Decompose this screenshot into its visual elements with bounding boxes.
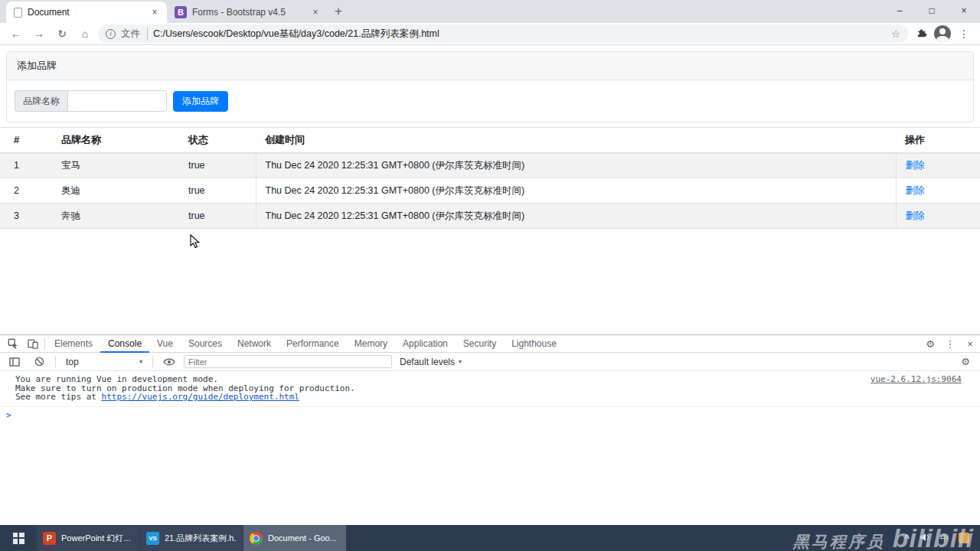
extensions-icon[interactable] (911, 27, 931, 41)
taskbar-app-label: 21.品牌列表案例.h... (165, 533, 237, 544)
col-header-status: 状态 (179, 128, 256, 153)
windows-taskbar: P PowerPoint 幻灯... VS 21.品牌列表案例.h... Doc… (0, 525, 980, 551)
back-icon[interactable]: ← (6, 28, 26, 40)
tray-volume-icon[interactable] (920, 533, 930, 544)
vscode-icon: VS (146, 532, 159, 545)
add-brand-card: 添加品牌 品牌名称 添加品牌 (6, 51, 974, 122)
devtools-panel: Elements Console Vue Sources Network Per… (0, 334, 980, 525)
cell-name: 奔驰 (52, 204, 179, 229)
browser-menu-kebab-icon[interactable]: ⋮ (954, 28, 974, 40)
cell-status: true (179, 153, 256, 178)
brand-table: # 品牌名称 状态 创建时间 操作 1 宝马 true Thu Dec 24 2… (0, 127, 980, 229)
console-sidebar-icon[interactable] (5, 353, 24, 370)
table-row: 3 奔驰 true Thu Dec 24 2020 12:25:31 GMT+0… (0, 204, 980, 229)
taskbar-app-label: PowerPoint 幻灯... (61, 533, 130, 544)
new-tab-button[interactable]: + (328, 2, 349, 23)
taskbar-app-chrome[interactable]: Document - Goo... (243, 525, 346, 551)
col-header-index: # (0, 128, 52, 153)
bookmark-star-icon[interactable]: ☆ (891, 28, 900, 40)
address-bar[interactable]: i 文件 C:/Users/escook/Desktop/vue基础/day3/… (98, 24, 908, 43)
bootstrap-favicon-icon: B (175, 6, 187, 18)
tray-ime-indicator[interactable]: 中 (940, 533, 949, 544)
windows-logo-icon (13, 533, 24, 544)
window-controls: – □ × (884, 0, 980, 21)
table-header-row: # 品牌名称 状态 创建时间 操作 (0, 128, 980, 153)
brand-input-group: 品牌名称 (15, 90, 167, 112)
page-info-icon[interactable]: i (106, 29, 116, 39)
cell-index: 3 (0, 204, 52, 229)
device-toolbar-icon[interactable] (23, 335, 43, 353)
powerpoint-icon: P (43, 532, 56, 545)
console-filter-input[interactable] (184, 355, 392, 368)
devtools-tab-sources[interactable]: Sources (181, 335, 230, 353)
delete-link[interactable]: 删除 (906, 210, 925, 221)
devtools-tab-console[interactable]: Console (100, 335, 149, 353)
devtools-tab-memory[interactable]: Memory (347, 335, 395, 353)
brand-name-input[interactable] (67, 90, 167, 112)
log-levels-select[interactable]: Default levels ▾ (397, 357, 465, 367)
devtools-tab-lighthouse[interactable]: Lighthouse (504, 335, 564, 353)
table-row: 2 奥迪 true Thu Dec 24 2020 12:25:31 GMT+0… (0, 178, 980, 204)
devtools-tab-network[interactable]: Network (230, 335, 279, 353)
console-settings-gear-icon[interactable]: ⚙ (956, 353, 975, 370)
page-viewport: 添加品牌 品牌名称 添加品牌 # 品牌名称 状态 创建时间 操作 1 宝马 tr… (0, 46, 980, 334)
cell-status: true (179, 204, 256, 229)
inspect-element-icon[interactable] (3, 335, 23, 353)
devtools-tab-elements[interactable]: Elements (47, 335, 100, 353)
console-log-text: See more tips at (15, 392, 102, 402)
devtools-tabbar: Elements Console Vue Sources Network Per… (0, 335, 980, 353)
taskbar-app-powerpoint[interactable]: P PowerPoint 幻灯... (37, 525, 139, 551)
tab-close-icon[interactable]: × (149, 7, 161, 18)
console-prompt[interactable]: > (0, 407, 980, 420)
window-close-button[interactable]: × (948, 0, 980, 21)
cell-name: 宝马 (52, 153, 179, 178)
browser-toolbar: ← → ↻ ⌂ i 文件 C:/Users/escook/Desktop/vue… (0, 23, 980, 45)
divider (44, 338, 45, 350)
col-header-name: 品牌名称 (52, 128, 179, 153)
home-icon[interactable]: ⌂ (75, 28, 95, 40)
tab-title: Forms - Bootstrap v4.5 (192, 7, 304, 18)
mouse-cursor (190, 234, 201, 253)
col-header-actions: 操作 (896, 128, 980, 153)
start-button[interactable] (0, 525, 37, 551)
clear-console-icon[interactable] (29, 353, 49, 370)
profile-avatar[interactable] (934, 25, 951, 42)
window-minimize-button[interactable]: – (884, 0, 916, 21)
devtools-tab-performance[interactable]: Performance (279, 335, 347, 353)
log-levels-value: Default levels (400, 357, 455, 367)
tab-title: Document (28, 7, 143, 18)
browser-tab-document[interactable]: Document × (6, 2, 167, 23)
devtools-tab-application[interactable]: Application (395, 335, 456, 353)
devtools-menu-kebab-icon[interactable]: ⋮ (940, 335, 960, 353)
devtools-close-icon[interactable]: × (960, 335, 980, 353)
add-brand-button[interactable]: 添加品牌 (173, 91, 228, 112)
browser-tab-bootstrap[interactable]: B Forms - Bootstrap v4.5 × (167, 2, 328, 23)
chevron-down-icon: ▾ (139, 358, 142, 365)
console-output: You are running Vue in development mode.… (0, 371, 980, 420)
url-scheme-label: 文件 (121, 28, 148, 41)
tab-close-icon[interactable]: × (309, 7, 322, 18)
console-deployment-link[interactable]: https://vuejs.org/guide/deployment.html (102, 392, 299, 402)
card-header-title: 添加品牌 (7, 52, 973, 80)
tray-app-icon[interactable] (959, 533, 969, 543)
cell-created: Thu Dec 24 2020 12:25:31 GMT+0800 (伊尔库茨克… (256, 204, 896, 229)
devtools-settings-gear-icon[interactable]: ⚙ (920, 335, 940, 353)
reload-icon[interactable]: ↻ (52, 28, 72, 40)
taskbar-app-vscode[interactable]: VS 21.品牌列表案例.h... (140, 525, 243, 551)
system-tray: ^ 中 (904, 525, 980, 551)
brand-name-label: 品牌名称 (15, 90, 67, 112)
console-source-link[interactable]: vue-2.6.12.js:9064 (871, 375, 962, 384)
delete-link[interactable]: 删除 (906, 185, 925, 196)
window-maximize-button[interactable]: □ (916, 0, 948, 21)
forward-icon[interactable]: → (29, 28, 49, 40)
console-message: You are running Vue in development mode.… (0, 371, 980, 407)
tray-chevron-up-icon[interactable]: ^ (904, 533, 910, 543)
devtools-tab-vue[interactable]: Vue (149, 335, 181, 353)
url-text[interactable]: C:/Users/escook/Desktop/vue基础/day3/code/… (153, 28, 886, 41)
delete-link[interactable]: 删除 (906, 160, 925, 171)
devtools-tab-security[interactable]: Security (456, 335, 504, 353)
live-expression-eye-icon[interactable] (159, 353, 179, 370)
cell-created: Thu Dec 24 2020 12:25:31 GMT+0800 (伊尔库茨克… (256, 153, 896, 178)
context-select-value: top (66, 357, 79, 367)
javascript-context-select[interactable]: top ▾ (62, 357, 146, 367)
